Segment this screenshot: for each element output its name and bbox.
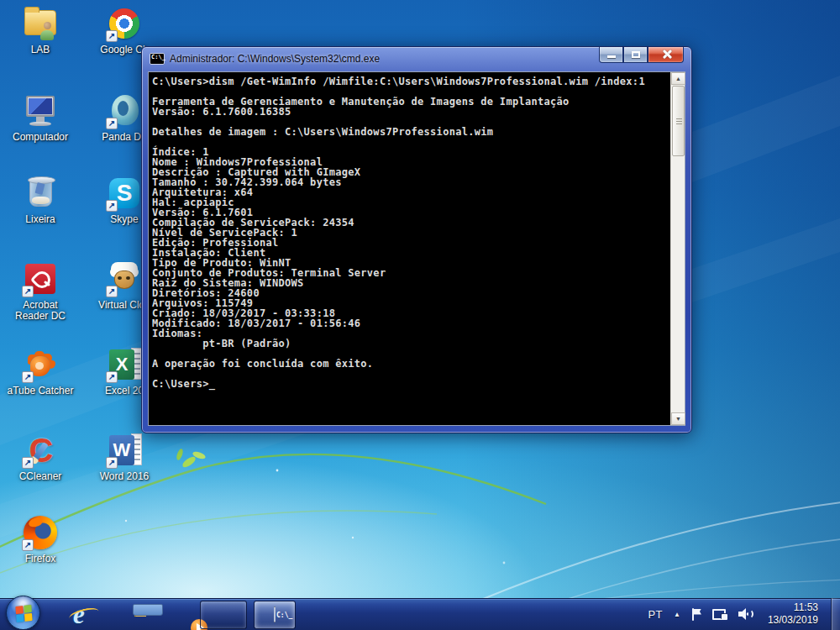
- shortcut-arrow-icon: ↗: [106, 371, 118, 383]
- shortcut-arrow-icon: ↗: [106, 200, 118, 212]
- console-line: Versão: 6.1.7600.16385: [152, 107, 670, 117]
- shortcut-arrow-icon: ↗: [22, 371, 34, 383]
- console-line: Modificado: 18/03/2017 - 01:56:46: [152, 318, 670, 328]
- console-line: Detalhes de imagem : C:\Users\Windows7Pr…: [152, 127, 670, 137]
- action-center-flag-icon[interactable]: [691, 608, 701, 621]
- minimize-icon: [607, 55, 616, 58]
- console-line: pt-BR (Padrão): [152, 339, 670, 349]
- console-line: C:\Users>dism /Get-WimInfo /Wimfile:C:\U…: [152, 76, 670, 87]
- acrobat-icon: ↗: [21, 260, 60, 297]
- close-button[interactable]: [648, 47, 684, 63]
- console-line: [152, 137, 670, 147]
- sheep-icon: ↗: [105, 260, 144, 297]
- user-folder-icon: [21, 5, 60, 42]
- desktop-icon-lab[interactable]: LAB: [5, 5, 76, 55]
- desktop-icon-atube-catcher[interactable]: ↗aTube Catcher: [5, 346, 76, 396]
- minimize-button[interactable]: [599, 47, 623, 63]
- desktop-icon-firefox[interactable]: ↗Firefox: [5, 514, 76, 564]
- desktop-icon-label: CCleaner: [5, 471, 76, 482]
- scroll-up-button[interactable]: ▲: [671, 72, 685, 85]
- language-indicator[interactable]: PT: [648, 608, 663, 621]
- maximize-icon: [632, 51, 640, 58]
- firefox-icon: ↗: [21, 514, 60, 551]
- console-line: C:\Users>_: [152, 379, 670, 389]
- windows-logo-icon: [15, 605, 32, 622]
- cmd-window[interactable]: C:\_ Administrador: C:\Windows\System32\…: [141, 46, 692, 433]
- recycle-bin-icon: [21, 175, 60, 212]
- taskbar-button-cmd[interactable]: C:\_: [254, 601, 296, 629]
- cmd-titlebar-icon-text: C:\_: [151, 54, 165, 60]
- window-controls: [599, 47, 684, 63]
- network-icon[interactable]: [712, 608, 727, 621]
- clock[interactable]: 11:53 13/03/2019: [768, 601, 818, 627]
- desktop-icon-computador[interactable]: Computador: [5, 92, 76, 143]
- window-title: Administrador: C:\Windows\System32\cmd.e…: [170, 53, 380, 65]
- desktop-icon-label: Acrobat Reader DC: [5, 300, 76, 322]
- maximize-button[interactable]: [623, 47, 648, 63]
- cmd-window-titlebar[interactable]: C:\_ Administrador: C:\Windows\System32\…: [142, 47, 691, 71]
- show-desktop-button[interactable]: [831, 598, 840, 630]
- console-area[interactable]: C:\Users>dism /Get-WimInfo /Wimfile:C:\U…: [148, 71, 685, 426]
- desktop-icon-label: LAB: [5, 45, 76, 55]
- excel-icon: X↗: [105, 346, 144, 383]
- taskbar-button-windows-explorer[interactable]: [116, 601, 153, 629]
- console-line: A operação foi concluída com êxito.: [152, 359, 670, 369]
- scrollbar-thumb[interactable]: [672, 86, 685, 156]
- shortcut-arrow-icon: ↗: [22, 286, 34, 297]
- desktop-icon-label: aTube Catcher: [5, 386, 76, 396]
- taskbar-button-google-chrome[interactable]: [200, 601, 247, 629]
- skype-icon: S↗: [105, 175, 144, 212]
- clock-date: 13/03/2019: [768, 614, 818, 626]
- internet-explorer-icon: e: [73, 602, 85, 627]
- shortcut-arrow-icon: ↗: [22, 539, 34, 551]
- desktop-icon-label: Computador: [5, 132, 76, 143]
- desktop-icon-label: Word 2016: [89, 471, 160, 482]
- shortcut-arrow-icon: ↗: [106, 286, 118, 297]
- chrome-icon: ↗: [105, 5, 144, 42]
- show-hidden-icons-button[interactable]: ▲: [674, 611, 680, 618]
- console-output[interactable]: C:\Users>dism /Get-WimInfo /Wimfile:C:\U…: [149, 72, 670, 425]
- atube-icon: ↗: [21, 346, 60, 383]
- shortcut-arrow-icon: ↗: [22, 457, 34, 469]
- scroll-down-button[interactable]: ▼: [671, 412, 685, 425]
- cmd-titlebar-icon: C:\_: [150, 53, 165, 65]
- desktop-icon-word-2016[interactable]: W↗Word 2016: [89, 432, 160, 482]
- cmd-icon: C:\_: [274, 607, 276, 622]
- shortcut-arrow-icon: ↗: [106, 30, 118, 42]
- ccleaner-icon: C↗: [21, 432, 60, 469]
- close-icon: [662, 50, 671, 59]
- system-tray: PT ▲ 11:53 13/03/2019: [637, 598, 830, 630]
- desktop-background: LAB↗Google ChComputador↗Panda DoLixeiraS…: [0, 0, 840, 630]
- computer-icon: [21, 92, 60, 129]
- word-icon: W↗: [105, 432, 144, 469]
- shortcut-arrow-icon: ↗: [106, 118, 118, 129]
- desktop-icon-ccleaner[interactable]: C↗CCleaner: [5, 432, 76, 482]
- start-button[interactable]: [6, 596, 40, 630]
- shortcut-arrow-icon: ↗: [106, 457, 118, 469]
- clock-time: 11:53: [794, 601, 818, 613]
- desktop-icon-lixeira[interactable]: Lixeira: [5, 175, 76, 225]
- taskbar-button-internet-explorer[interactable]: e: [60, 601, 97, 629]
- console-scrollbar[interactable]: ▲ ▼: [670, 72, 685, 425]
- console-line: [152, 369, 670, 379]
- desktop-icon-acrobat-reader-dc[interactable]: ↗Acrobat Reader DC: [5, 260, 76, 322]
- panda-icon: ↗: [105, 92, 144, 129]
- volume-icon[interactable]: [738, 607, 754, 621]
- desktop-icon-label: Lixeira: [5, 214, 76, 225]
- desktop-icon-label: Firefox: [5, 554, 76, 564]
